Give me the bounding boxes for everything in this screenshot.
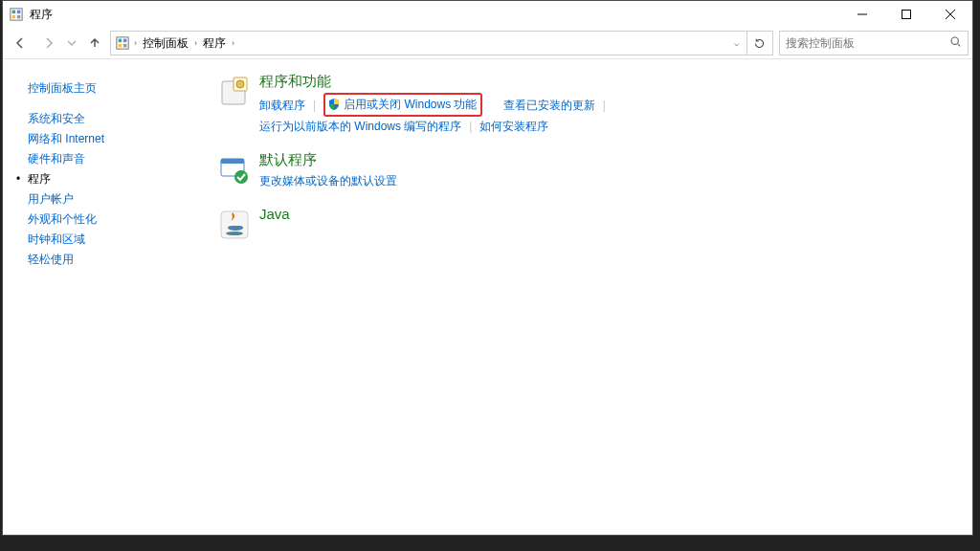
category-default-programs: 默认程序 更改媒体或设备的默认设置: [217, 151, 965, 190]
maximize-button[interactable]: [884, 1, 928, 28]
category-title[interactable]: 程序和功能: [259, 73, 613, 91]
address-bar[interactable]: › 控制面板 › 程序 › ⌵: [110, 31, 773, 55]
search-icon: [949, 35, 962, 51]
sidebar-item-user-accounts[interactable]: 用户帐户: [28, 190, 200, 208]
link-windows-features[interactable]: 启用或关闭 Windows 功能: [344, 95, 477, 114]
control-panel-icon: [9, 7, 24, 22]
svg-line-15: [958, 44, 960, 46]
category-programs-features: 程序和功能 卸载程序 | 启用或关闭 Windows 功能 查看已安装的更新 |: [217, 73, 965, 136]
search-input[interactable]: 搜索控制面板: [779, 31, 969, 55]
svg-point-23: [226, 231, 243, 235]
svg-point-14: [951, 37, 958, 44]
link-uninstall-program[interactable]: 卸载程序: [259, 96, 305, 115]
back-button[interactable]: [7, 30, 33, 56]
forward-button[interactable]: [35, 30, 62, 56]
sidebar-item-clock-region[interactable]: 时钟和区域: [28, 231, 200, 248]
up-button[interactable]: [81, 30, 108, 56]
svg-rect-1: [12, 11, 16, 14]
svg-rect-11: [123, 39, 127, 43]
category-title[interactable]: Java: [259, 206, 290, 222]
titlebar: 程序: [3, 1, 972, 28]
address-dropdown[interactable]: ⌵: [727, 32, 745, 55]
svg-point-21: [234, 170, 248, 184]
body: 控制面板主页 系统和安全 网络和 Internet 硬件和声音 程序 用户帐户 …: [3, 58, 972, 535]
recent-dropdown[interactable]: [64, 30, 79, 56]
sidebar: 控制面板主页 系统和安全 网络和 Internet 硬件和声音 程序 用户帐户 …: [3, 59, 210, 535]
java-icon: [217, 208, 252, 242]
category-links: 运行为以前版本的 Windows 编写的程序 | 如何安装程序: [259, 117, 613, 136]
link-change-media-defaults[interactable]: 更改媒体或设备的默认设置: [259, 171, 397, 190]
navbar: › 控制面板 › 程序 › ⌵ 搜索控制面板: [3, 28, 972, 58]
svg-rect-10: [119, 39, 122, 43]
refresh-button[interactable]: [746, 32, 770, 55]
programs-features-icon: [217, 75, 252, 109]
link-how-to-install[interactable]: 如何安装程序: [479, 117, 548, 136]
link-run-compat[interactable]: 运行为以前版本的 Windows 编写的程序: [259, 117, 461, 136]
search-placeholder: 搜索控制面板: [786, 35, 855, 52]
svg-rect-2: [17, 11, 21, 14]
category-links: 卸载程序 | 启用或关闭 Windows 功能 查看已安装的更新 |: [259, 93, 613, 117]
address-icon: [115, 35, 130, 51]
category-java: Java: [217, 206, 965, 242]
sidebar-item-appearance[interactable]: 外观和个性化: [28, 210, 200, 228]
breadcrumb-sep[interactable]: ›: [132, 38, 139, 48]
breadcrumb-sep[interactable]: ›: [230, 38, 236, 48]
sidebar-item-ease-of-access[interactable]: 轻松使用: [28, 251, 200, 268]
minimize-button[interactable]: [840, 1, 884, 28]
close-button[interactable]: [928, 1, 972, 28]
svg-rect-12: [119, 44, 122, 48]
link-view-updates[interactable]: 查看已安装的更新: [503, 96, 595, 115]
breadcrumb-item[interactable]: 程序: [199, 33, 230, 54]
category-links: 更改媒体或设备的默认设置: [259, 171, 397, 190]
svg-rect-20: [221, 159, 244, 164]
content: 程序和功能 卸载程序 | 启用或关闭 Windows 功能 查看已安装的更新 |: [210, 59, 972, 535]
sidebar-item-programs[interactable]: 程序: [28, 170, 200, 187]
category-title[interactable]: 默认程序: [259, 151, 397, 169]
svg-rect-4: [17, 15, 21, 19]
sidebar-item-system-security[interactable]: 系统和安全: [28, 110, 200, 127]
svg-rect-3: [12, 15, 16, 19]
window: 程序 › 控制面板 › 程序 › ⌵: [2, 0, 973, 536]
svg-point-18: [236, 80, 244, 88]
svg-rect-13: [123, 44, 127, 48]
breadcrumb-item[interactable]: 控制面板: [139, 33, 192, 54]
window-title: 程序: [30, 7, 53, 23]
highlight-windows-features: 启用或关闭 Windows 功能: [323, 93, 482, 117]
shield-icon: [327, 98, 341, 111]
svg-rect-6: [902, 11, 911, 19]
default-programs-icon: [217, 153, 252, 187]
sidebar-home[interactable]: 控制面板主页: [28, 79, 200, 97]
breadcrumb-sep[interactable]: ›: [192, 38, 199, 48]
sidebar-item-network[interactable]: 网络和 Internet: [28, 130, 200, 147]
sidebar-item-hardware-sound[interactable]: 硬件和声音: [28, 150, 200, 167]
